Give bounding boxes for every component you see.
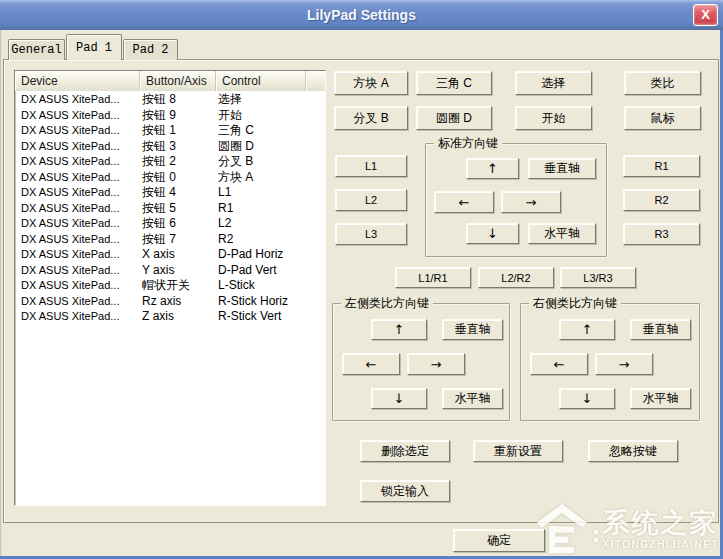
list-item[interactable]: DX ASUS XitePad...按钮 9开始 (15, 108, 325, 124)
list-item[interactable]: DX ASUS XitePad...按钮 7R2 (15, 232, 325, 248)
cell-control: D-Pad Horiz (216, 247, 325, 263)
right-stick-group-title: 右侧类比方向键 (529, 296, 621, 310)
lstick-up-button[interactable]: ↑ (371, 319, 427, 340)
lock-input-button[interactable]: 锁定输入 (360, 480, 450, 502)
cross-button[interactable]: 分叉 B (334, 106, 408, 130)
cell-button: Z axis (140, 309, 216, 325)
l3-button[interactable]: L3 (335, 223, 407, 245)
list-item[interactable]: DX ASUS XitePad...帽状开关L-Stick (15, 278, 325, 294)
list-item[interactable]: DX ASUS XitePad...Rz axisR-Stick Horiz (15, 294, 325, 310)
l3r3-button[interactable]: L3/R3 (560, 267, 636, 288)
rstick-right-button[interactable]: → (595, 353, 653, 375)
delete-selected-button[interactable]: 删除选定 (360, 440, 450, 462)
cell-button: 按钮 4 (140, 185, 216, 201)
cell-control: 方块 A (216, 170, 325, 186)
tab-pad1[interactable]: Pad 1 (66, 34, 122, 60)
circle-button[interactable]: 圆圈 D (416, 106, 492, 130)
list-item[interactable]: DX ASUS XitePad...按钮 0方块 A (15, 170, 325, 186)
l2-button[interactable]: L2 (335, 189, 407, 211)
list-item[interactable]: DX ASUS XitePad...按钮 3圆圈 D (15, 139, 325, 155)
ignore-key-button[interactable]: 忽略按键 (588, 440, 678, 462)
dpad-up-button[interactable]: ↑ (466, 158, 519, 179)
tab-general[interactable]: General (8, 39, 65, 60)
bindings-list[interactable]: Device Button/Axis Control DX ASUS XiteP… (14, 70, 326, 506)
cell-device: DX ASUS XitePad... (15, 185, 140, 201)
dpad-vertical-axis-button[interactable]: 垂直轴 (528, 158, 596, 179)
bindings-list-header: Device Button/Axis Control (15, 71, 325, 91)
list-item[interactable]: DX ASUS XitePad...按钮 5R1 (15, 201, 325, 217)
rstick-left-button[interactable]: ← (530, 353, 588, 375)
left-stick-group-title: 左侧类比方向键 (341, 296, 433, 310)
l2r2-button[interactable]: L2/R2 (478, 267, 554, 288)
lstick-down-button[interactable]: ↓ (371, 388, 427, 409)
cell-device: DX ASUS XitePad... (15, 123, 140, 139)
start-button[interactable]: 开始 (515, 106, 592, 130)
cell-button: Y axis (140, 263, 216, 279)
list-item[interactable]: DX ASUS XitePad...Z axisR-Stick Vert (15, 309, 325, 325)
cell-control: L2 (216, 216, 325, 232)
list-item[interactable]: DX ASUS XitePad...按钮 6L2 (15, 216, 325, 232)
select-button[interactable]: 选择 (515, 71, 592, 95)
rstick-horizontal-axis-button[interactable]: 水平轴 (630, 388, 691, 409)
l1-button[interactable]: L1 (335, 155, 407, 177)
list-item[interactable]: DX ASUS XitePad...按钮 1三角 C (15, 123, 325, 139)
cell-control: R-Stick Vert (216, 309, 325, 325)
dpad-right-button[interactable]: → (501, 191, 561, 213)
lstick-vertical-axis-button[interactable]: 垂直轴 (442, 319, 503, 340)
dpad-left-button[interactable]: ← (434, 191, 494, 213)
dpad-group: 标准方向键 ↑ 垂直轴 ← → ↓ 水平轴 (425, 143, 607, 257)
list-item[interactable]: DX ASUS XitePad...按钮 8选择 (15, 92, 325, 108)
r3-button[interactable]: R3 (623, 223, 700, 245)
list-item[interactable]: DX ASUS XitePad...按钮 2分叉 B (15, 154, 325, 170)
right-stick-group: 右侧类比方向键 ↑ 垂直轴 ← → ↓ 水平轴 (520, 303, 700, 421)
l1r1-button[interactable]: L1/R1 (395, 267, 471, 288)
r2-button[interactable]: R2 (623, 189, 700, 211)
lstick-horizontal-axis-button[interactable]: 水平轴 (442, 388, 503, 409)
cell-device: DX ASUS XitePad... (15, 309, 140, 325)
watermark-site: XITONGZHIJIA.NET (602, 539, 719, 550)
tab-pad1-label: Pad 1 (76, 41, 112, 55)
cell-button: 按钮 5 (140, 201, 216, 217)
column-header-control[interactable]: Control (216, 71, 306, 91)
cell-control: L-Stick (216, 278, 325, 294)
lstick-right-button[interactable]: → (407, 353, 465, 375)
tab-pad2[interactable]: Pad 2 (123, 39, 178, 60)
cell-control: 选择 (216, 92, 325, 108)
cell-device: DX ASUS XitePad... (15, 247, 140, 263)
cell-button: 按钮 2 (140, 154, 216, 170)
titlebar[interactable]: LilyPad Settings (0, 0, 723, 30)
cell-control: D-Pad Vert (216, 263, 325, 279)
column-header-device[interactable]: Device (15, 71, 140, 91)
watermark-dots (594, 530, 598, 542)
rstick-down-button[interactable]: ↓ (559, 388, 615, 409)
column-header-filler (306, 71, 325, 91)
mouse-button[interactable]: 鼠标 (624, 106, 701, 130)
cell-button: 按钮 1 (140, 123, 216, 139)
dpad-down-button[interactable]: ↓ (466, 223, 519, 244)
list-item[interactable]: DX ASUS XitePad...按钮 4L1 (15, 185, 325, 201)
ok-button[interactable]: 确定 (453, 529, 545, 552)
cell-control: R1 (216, 201, 325, 217)
rstick-vertical-axis-button[interactable]: 垂直轴 (630, 319, 691, 340)
list-item[interactable]: DX ASUS XitePad...X axisD-Pad Horiz (15, 247, 325, 263)
r1-button[interactable]: R1 (623, 155, 700, 177)
list-item[interactable]: DX ASUS XitePad...Y axisD-Pad Vert (15, 263, 325, 279)
cell-device: DX ASUS XitePad... (15, 216, 140, 232)
triangle-button[interactable]: 三角 C (416, 71, 492, 95)
cell-device: DX ASUS XitePad... (15, 139, 140, 155)
rstick-up-button[interactable]: ↑ (559, 319, 615, 340)
column-header-button-axis[interactable]: Button/Axis (140, 71, 216, 91)
lstick-left-button[interactable]: ← (342, 353, 400, 375)
cell-button: 按钮 9 (140, 108, 216, 124)
cell-button: 按钮 0 (140, 170, 216, 186)
cell-device: DX ASUS XitePad... (15, 263, 140, 279)
analog-button[interactable]: 类比 (624, 71, 701, 95)
cell-button: 按钮 7 (140, 232, 216, 248)
lilypad-settings-window: LilyPad Settings X General Pad 1 Pad 2 D… (0, 0, 723, 559)
cell-button: 按钮 3 (140, 139, 216, 155)
reset-all-button[interactable]: 重新设置 (473, 440, 563, 462)
close-icon[interactable]: X (693, 4, 718, 26)
square-button[interactable]: 方块 A (334, 71, 408, 95)
cell-device: DX ASUS XitePad... (15, 201, 140, 217)
dpad-horizontal-axis-button[interactable]: 水平轴 (528, 223, 596, 244)
